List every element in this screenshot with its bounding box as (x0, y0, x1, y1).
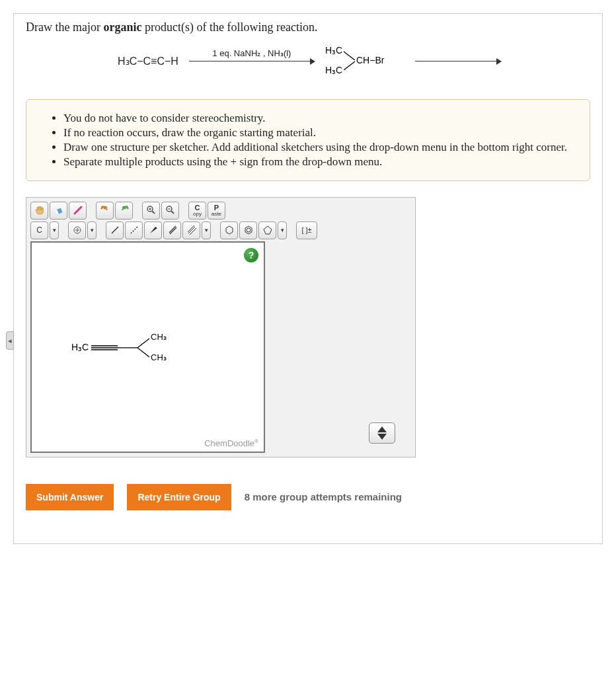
instruction-item: Separate multiple products using the + s… (63, 155, 575, 169)
eraser-tool-icon[interactable] (50, 202, 67, 219)
charge-plus-icon[interactable] (68, 221, 86, 239)
sketcher-panel: C opy P aste C ▾ ▾ (26, 197, 416, 458)
sketcher-canvas[interactable]: ? H₃C CH₃ CH₃ ChemDoodle (30, 241, 265, 453)
wedge-bond-icon[interactable] (144, 221, 162, 239)
lasso-tool-icon[interactable] (69, 202, 87, 219)
instructions-box: You do not have to consider stereochemis… (26, 99, 590, 181)
attempts-remaining: 8 more group attempts remaining (245, 491, 402, 502)
instruction-item: If no reaction occurs, draw the organic … (63, 126, 575, 139)
charge-dropdown-icon[interactable]: ▾ (87, 221, 96, 239)
zoom-in-icon[interactable] (142, 202, 160, 219)
triple-bond-icon[interactable] (182, 221, 200, 239)
prompt-bold: organic (103, 20, 141, 34)
svg-marker-25 (264, 226, 272, 234)
redo-icon[interactable] (115, 202, 133, 219)
reaction-arrow-1: 1 eq. NaNH₂ , NH₃(l) (189, 61, 315, 61)
drawn-left-label: H₃C (71, 342, 89, 352)
zoom-out-icon[interactable] (161, 202, 179, 219)
help-icon[interactable]: ? (244, 248, 258, 262)
double-bond-icon[interactable] (163, 221, 181, 239)
paste-label-bot: aste (212, 212, 221, 217)
spinner-up-icon[interactable] (377, 426, 387, 432)
drawn-top-label: CH₃ (151, 332, 167, 342)
hand-tool-icon[interactable] (30, 202, 48, 219)
single-bond-icon[interactable] (106, 221, 124, 239)
svg-point-24 (247, 228, 250, 232)
svg-marker-22 (226, 226, 233, 234)
chemdoodle-brand: ChemDoodle® (204, 438, 258, 448)
atom-c-button[interactable]: C (30, 221, 48, 239)
instruction-item: You do not have to consider stereochemis… (63, 112, 575, 125)
brand-text: ChemDoodle (204, 439, 254, 449)
bond-dropdown-icon[interactable]: ▾ (202, 221, 211, 239)
svg-line-31 (137, 348, 149, 357)
add-sketcher-spinner[interactable] (369, 422, 395, 444)
reagent-1-label: 1 eq. NaNH₂ , NH₃(l) (189, 48, 315, 58)
toolbar-row-1: C opy P aste (30, 202, 411, 219)
instruction-item: Draw one structure per sketcher. Add add… (63, 141, 575, 154)
paste-button[interactable]: P aste (208, 202, 225, 219)
reaction-scheme: H₃C−C≡C−H 1 eq. NaNH₂ , NH₃(l) H₃C H₃C C… (26, 44, 590, 79)
svg-line-9 (171, 211, 174, 214)
cyclohexane-icon[interactable] (220, 221, 238, 239)
drawn-bot-label: CH₃ (151, 352, 167, 362)
bracket-charge-button[interactable]: [ ]± (296, 221, 317, 239)
svg-line-1 (344, 61, 355, 70)
spinner-down-icon[interactable] (377, 434, 387, 440)
toolbar-row-2: C ▾ ▾ ▾ (30, 221, 411, 239)
copy-button[interactable]: C opy (188, 202, 206, 219)
submit-button[interactable]: Submit Answer (26, 484, 114, 510)
mol2-bot-left: H₃C (325, 65, 342, 75)
svg-line-5 (152, 211, 155, 214)
copy-label-bot: opy (193, 212, 202, 217)
svg-line-14 (112, 227, 118, 233)
reaction-arrow-2 (415, 61, 501, 61)
retry-button[interactable]: Retry Entire Group (127, 484, 231, 510)
question-prompt: Draw the major organic product(s) of the… (26, 20, 590, 34)
mol2-right: CH−Br (356, 55, 385, 65)
mol2-top-left: H₃C (325, 45, 342, 56)
svg-line-0 (344, 52, 355, 60)
cyclopentane-icon[interactable] (258, 221, 276, 239)
dashed-bond-icon[interactable] (125, 221, 143, 239)
prompt-prefix: Draw the major (26, 20, 103, 34)
svg-marker-16 (150, 227, 157, 233)
atom-dropdown-icon[interactable]: ▾ (50, 221, 59, 239)
side-collapse-tab[interactable]: ◂ (6, 331, 14, 350)
starting-material: H₃C−C≡C−H (118, 55, 178, 67)
reagent-2-structure: H₃C H₃C CH−Br (325, 44, 404, 79)
svg-line-15 (131, 227, 137, 233)
brand-sup: ® (254, 438, 258, 444)
bottom-bar: Submit Answer Retry Entire Group 8 more … (26, 484, 590, 510)
svg-line-30 (137, 338, 149, 348)
undo-icon[interactable] (96, 202, 114, 219)
benzene-icon[interactable] (239, 221, 257, 239)
ring-dropdown-icon[interactable]: ▾ (278, 221, 287, 239)
drawn-structure: H₃C CH₃ CH₃ (71, 329, 184, 370)
prompt-suffix: product(s) of the following reaction. (141, 20, 317, 34)
